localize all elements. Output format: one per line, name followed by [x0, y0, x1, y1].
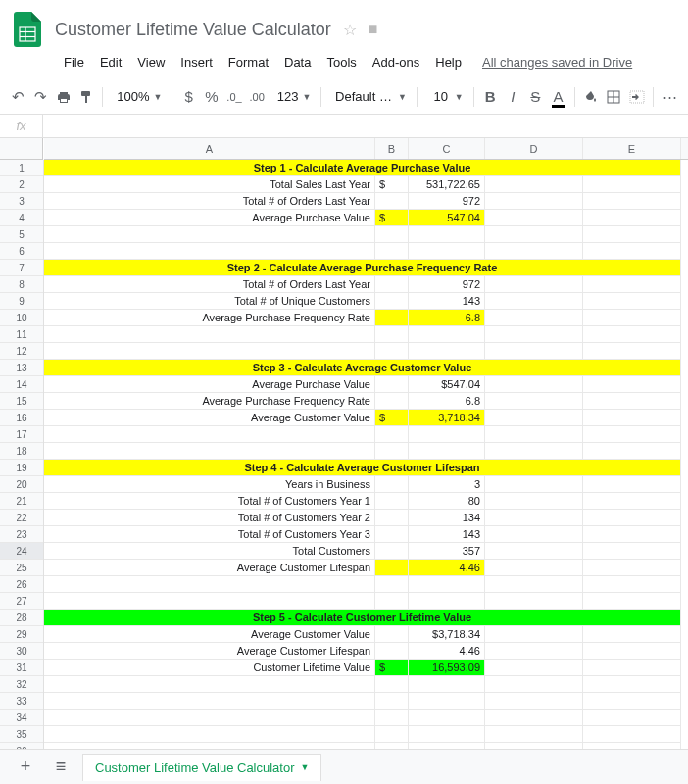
- borders-button[interactable]: [604, 84, 624, 110]
- cell[interactable]: 531,722.65: [409, 176, 485, 193]
- menu-help[interactable]: Help: [428, 51, 468, 74]
- cell[interactable]: [583, 676, 681, 693]
- select-all-corner[interactable]: [0, 138, 43, 160]
- add-sheet-button[interactable]: +: [12, 754, 39, 781]
- menu-addons[interactable]: Add-ons: [366, 51, 426, 74]
- strikethrough-button[interactable]: S: [525, 84, 546, 110]
- all-sheets-button[interactable]: ≡: [47, 754, 74, 781]
- cell[interactable]: [485, 443, 583, 460]
- cell[interactable]: [375, 310, 409, 326]
- cell[interactable]: Average Customer Lifespan: [44, 643, 375, 660]
- more-formats-select[interactable]: 123▼: [270, 85, 316, 109]
- cell[interactable]: [409, 726, 485, 743]
- cell[interactable]: [44, 593, 375, 610]
- cell[interactable]: Average Customer Lifespan: [44, 560, 375, 576]
- cell[interactable]: [409, 226, 485, 243]
- column-header-E[interactable]: E: [583, 138, 681, 159]
- row-header[interactable]: 27: [0, 593, 43, 610]
- cell[interactable]: [485, 693, 583, 710]
- bold-button[interactable]: B: [480, 84, 501, 110]
- cell[interactable]: [583, 443, 681, 460]
- row-header[interactable]: 1: [0, 160, 43, 176]
- cell[interactable]: [375, 643, 409, 660]
- cell[interactable]: 16,593.09: [409, 660, 485, 676]
- row-header[interactable]: 11: [0, 326, 43, 343]
- cell[interactable]: Total # of Orders Last Year: [44, 276, 375, 293]
- row-header[interactable]: 10: [0, 310, 43, 326]
- cell[interactable]: [485, 593, 583, 610]
- fx-label[interactable]: fx: [0, 115, 43, 137]
- cell[interactable]: [485, 243, 583, 260]
- menu-view[interactable]: View: [130, 51, 172, 74]
- cell[interactable]: [583, 226, 681, 243]
- cell[interactable]: [375, 693, 409, 710]
- cell[interactable]: [485, 293, 583, 310]
- cell[interactable]: [409, 443, 485, 460]
- row-header[interactable]: 26: [0, 576, 43, 593]
- cell[interactable]: [375, 576, 409, 593]
- cell[interactable]: [375, 593, 409, 610]
- cell[interactable]: [375, 293, 409, 310]
- row-header[interactable]: 19: [0, 460, 43, 476]
- row-header[interactable]: 34: [0, 710, 43, 726]
- cell[interactable]: [485, 710, 583, 726]
- cell[interactable]: [409, 576, 485, 593]
- row-header[interactable]: 2: [0, 176, 43, 193]
- cell[interactable]: [375, 543, 409, 560]
- cell[interactable]: $: [375, 210, 409, 226]
- more-toolbar-button[interactable]: ⋯: [660, 84, 680, 110]
- cell[interactable]: [583, 293, 681, 310]
- column-header-D[interactable]: D: [485, 138, 583, 159]
- cell[interactable]: Total # of Customers Year 1: [44, 493, 375, 510]
- percent-button[interactable]: %: [201, 84, 221, 110]
- sheets-logo-icon[interactable]: [8, 10, 47, 49]
- menu-data[interactable]: Data: [277, 51, 318, 74]
- cell[interactable]: [375, 276, 409, 293]
- row-header[interactable]: 13: [0, 360, 43, 376]
- cell[interactable]: [44, 226, 375, 243]
- cell[interactable]: [485, 510, 583, 526]
- cell[interactable]: 6.8: [409, 393, 485, 410]
- cell[interactable]: [485, 343, 583, 360]
- cell[interactable]: [375, 476, 409, 493]
- step-header-cell[interactable]: Step 5 - Calculate Customer Lifetime Val…: [44, 610, 681, 626]
- row-header[interactable]: 14: [0, 376, 43, 393]
- cell[interactable]: 972: [409, 193, 485, 210]
- row-header[interactable]: 18: [0, 443, 43, 460]
- cell[interactable]: [583, 343, 681, 360]
- column-header-B[interactable]: B: [375, 138, 409, 159]
- cell[interactable]: [375, 626, 409, 643]
- row-header[interactable]: 15: [0, 393, 43, 410]
- cell[interactable]: [583, 626, 681, 643]
- row-header[interactable]: 17: [0, 426, 43, 443]
- row-header[interactable]: 28: [0, 610, 43, 626]
- cell[interactable]: [485, 526, 583, 543]
- cell[interactable]: [485, 226, 583, 243]
- cell[interactable]: [409, 343, 485, 360]
- cell[interactable]: [409, 710, 485, 726]
- cell[interactable]: [583, 176, 681, 193]
- cell[interactable]: [485, 576, 583, 593]
- cell[interactable]: [409, 243, 485, 260]
- menu-file[interactable]: File: [57, 51, 91, 74]
- cell[interactable]: [583, 476, 681, 493]
- cell[interactable]: $: [375, 176, 409, 193]
- cell[interactable]: [485, 560, 583, 576]
- cell[interactable]: 3,718.34: [409, 410, 485, 426]
- cell[interactable]: [485, 393, 583, 410]
- cell[interactable]: [583, 493, 681, 510]
- cell[interactable]: [409, 426, 485, 443]
- increase-decimal-button[interactable]: .00: [247, 84, 268, 110]
- cell[interactable]: [44, 426, 375, 443]
- print-button[interactable]: [53, 84, 74, 110]
- row-header[interactable]: 4: [0, 210, 43, 226]
- cell[interactable]: [583, 193, 681, 210]
- cell[interactable]: [485, 476, 583, 493]
- cell[interactable]: [375, 326, 409, 343]
- row-header[interactable]: 22: [0, 510, 43, 526]
- cell[interactable]: [583, 510, 681, 526]
- cell[interactable]: [375, 343, 409, 360]
- row-header[interactable]: 7: [0, 260, 43, 276]
- cell[interactable]: 547.04: [409, 210, 485, 226]
- cell[interactable]: [485, 176, 583, 193]
